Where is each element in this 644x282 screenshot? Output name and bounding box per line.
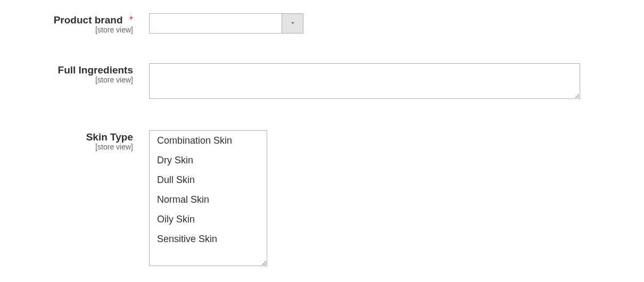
skin-type-option[interactable]: Dry Skin [150,151,267,170]
product-brand-label: Product brand [54,14,123,26]
full-ingredients-textarea[interactable] [149,63,580,99]
skin-type-option[interactable]: Normal Skin [150,190,267,210]
product-brand-select[interactable] [149,13,303,34]
label-col: Skin Type [store view] [0,130,149,151]
full-ingredients-label: Full Ingredients [58,64,133,76]
chevron-down-icon [290,19,296,28]
scope-label: [store view] [0,26,133,34]
skin-type-label: Skin Type [86,131,133,143]
skin-type-multiselect[interactable]: Combination Skin Dry Skin Dull Skin Norm… [149,130,267,266]
field-product-brand: Product brand * [store view] [0,13,644,34]
skin-type-option[interactable]: Oily Skin [150,210,267,229]
scope-label: [store view] [0,76,133,84]
input-col: Combination Skin Dry Skin Dull Skin Norm… [149,130,267,266]
input-col [149,63,580,101]
skin-type-option[interactable]: Sensitive Skin [150,229,267,249]
skin-type-option[interactable]: Dull Skin [150,170,267,190]
select-toggle-button[interactable] [282,14,303,33]
field-full-ingredients: Full Ingredients [store view] [0,63,644,101]
scope-label: [store view] [0,143,133,151]
label-col: Product brand * [store view] [0,13,149,34]
input-col [149,13,303,34]
skin-type-option[interactable]: Combination Skin [150,131,267,151]
field-skin-type: Skin Type [store view] Combination Skin … [0,130,644,266]
product-brand-input[interactable] [150,14,282,33]
required-asterisk: * [129,14,133,25]
label-col: Full Ingredients [store view] [0,63,149,84]
